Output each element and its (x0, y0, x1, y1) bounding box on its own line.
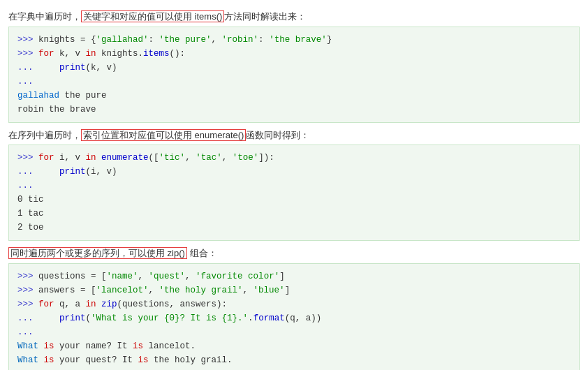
section1-highlight: 关键字和对应的值可以使用 items() (81, 10, 224, 22)
code-line: ... (17, 179, 571, 193)
output-line: robin the brave (17, 103, 571, 117)
section2-text: 在序列中遍历时，索引位置和对应值可以使用 enumerate()函数同时得到： (8, 128, 580, 142)
prompt: >>> (17, 153, 38, 163)
code-line: >>> answers = ['lancelot', 'the holy gra… (17, 283, 571, 297)
section1-text: 在字典中遍历时，关键字和对应的值可以使用 items()方法同时解读出来： (8, 10, 580, 24)
output-line: What is your quest? It is the holy grail… (17, 353, 571, 367)
code-line: ... print('What is your {0}? It is {1}.'… (17, 311, 571, 325)
output-line: What is your favorite color? It is blue. (17, 367, 571, 371)
code-block-2: >>> for i, v in enumerate(['tic', 'tac',… (8, 145, 580, 241)
section3-text: 同时遍历两个或更多的序列，可以使用 zip() 组合： (8, 246, 580, 260)
code-line: >>> knights = {'gallahad': 'the pure', '… (17, 33, 571, 47)
prompt: >>> (17, 49, 38, 59)
code-line: >>> for k, v in knights.items(): (17, 47, 571, 61)
output-line: 2 toe (17, 221, 571, 235)
code-line: >>> for q, a in zip(questions, answers): (17, 297, 571, 311)
output-line: gallahad the pure (17, 89, 571, 103)
output-line: What is your name? It is lancelot. (17, 339, 571, 353)
code-line: ... (17, 325, 571, 339)
code-line: ... (17, 75, 571, 89)
code-line: ... print(i, v) (17, 165, 571, 179)
code-block-1: >>> knights = {'gallahad': 'the pure', '… (8, 27, 580, 123)
section2-highlight: 索引位置和对应值可以使用 enumerate() (81, 129, 246, 141)
code-line: ... print(k, v) (17, 61, 571, 75)
ellipsis: ... (17, 63, 38, 73)
output-line: 0 tic (17, 193, 571, 207)
code-line: >>> for i, v in enumerate(['tic', 'tac',… (17, 151, 571, 165)
code-line: >>> questions = ['name', 'quest', 'favor… (17, 269, 571, 283)
prompt: >>> (17, 35, 38, 45)
code-block-3: >>> questions = ['name', 'quest', 'favor… (8, 263, 580, 371)
output-line: 1 tac (17, 207, 571, 221)
section3-highlight: 同时遍历两个或更多的序列，可以使用 zip() (8, 247, 187, 259)
